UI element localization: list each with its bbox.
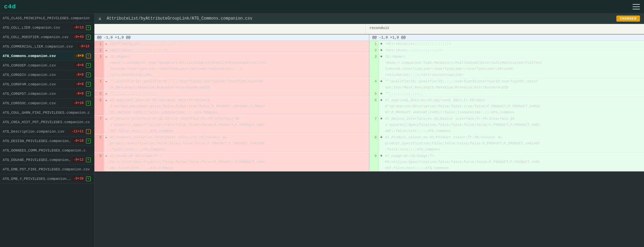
sidebar-item[interactable]: ATG_Commons.companion.csv-9+9!: [0, 51, 94, 61]
line-content-left: "";;;;;;;;;;;;;;;;;;;;: [109, 91, 369, 97]
diff-right-half: 4+"";QualifierID;;QualifierID;;;;;;UserT…: [370, 78, 644, 90]
topbar: c4d: [0, 0, 644, 13]
line-number-left: 9: [94, 153, 104, 171]
sidebar-item[interactable]: ATG_CORGDEP.companion.csv-0+8+: [0, 61, 94, 70]
line-number-left: 1: [94, 41, 104, 47]
diff-line-left: 4-"";QualifierID;;QualifierID;;;;;;UserT…: [94, 78, 369, 90]
line-content-right: "";;;;;;;;;;;;;;;;: [384, 91, 644, 97]
diff-area[interactable]: reconduit @@ -1,9 +1,9 @@ @@ -1,9 +1,9 @…: [94, 24, 644, 247]
diff-pair: 4-"";QualifierID;;QualifierID;;;;;;UserT…: [94, 78, 644, 91]
sidebar-file-name: ATG_CORGDIV.companion.csv: [3, 73, 73, 77]
line-number-right: 6: [370, 97, 379, 115]
sidebar-file-name: ATG_COUL_GARN_FINI_PRIVILEGES.companion.…: [3, 111, 91, 115]
sidebar-icon: !: [86, 129, 91, 134]
line-content-left: "";QualifierID;;QualifierID;;;;;;UserTyp…: [109, 78, 369, 90]
sidebar-badge: -9+9: [74, 54, 85, 58]
diff-line-left: 2-<Attribute;;;;;;;;;;;;;;;;>: [94, 47, 369, 53]
line-content-right: AT_Usage;en-US;Usage;fr- FR;Utilité;Spec…: [384, 153, 644, 171]
line-content-left: <AttributeList;;;;;;;;;;;;;;;;>: [109, 41, 369, 47]
sidebar-badge: -0+36: [72, 176, 85, 181]
sidebar-item[interactable]: ATG_EMB_Y_PRIVILEGES.companion.csv-0+36+: [0, 174, 94, 184]
diff-right-half: 8+AT_Product_colour;en-US;Product colour…: [370, 134, 644, 153]
line-number-left: 5: [94, 91, 104, 97]
sidebar-file-name: ATG_DOUANE_PRIVILEGES.companion.csv: [3, 158, 71, 162]
diff-line-right: 6+AT_Approval_date;en-US;Approval date;f…: [370, 97, 644, 115]
line-number-right: 4: [370, 78, 379, 90]
sidebar-file-name: ATG_CORGSOC.companion.csv: [3, 101, 71, 105]
sidebar-item[interactable]: ATG_EMB_PDT_FINI_PRIVILEGES.companion.cs…: [0, 165, 94, 174]
sidebar-item[interactable]: ATG_COUL_GARN_FINI_PRIVILEGES.companion.…: [0, 108, 94, 117]
line-number-left: 2: [94, 47, 104, 53]
sidebar-item[interactable]: ATG_CREA_HIST_PDT_PRIVILEGES.companion.c…: [0, 117, 94, 127]
line-number-right: 7: [370, 116, 379, 134]
line-number-left: 3: [94, 54, 104, 78]
sidebar-icon: +: [86, 63, 91, 68]
diff-right-half: 9+AT_Usage;en-US;Usage;fr- FR;Utilité;Sp…: [370, 153, 644, 171]
sidebar-badge: -0+18: [72, 139, 85, 143]
sidebar-file-name: ATG_Description.companion.csv: [3, 130, 69, 134]
diff-right-half: 2+<Attribute;;;;;;;;;;;;;;;;>: [370, 47, 644, 53]
diff-left-half: 1-<AttributeList;;;;;;;;;;;;;;;;>: [94, 41, 370, 47]
line-sign-left: -: [104, 153, 109, 171]
line-sign-left: -: [104, 47, 109, 53]
line-number-left: 7: [94, 116, 104, 134]
diff-line-right: 3+ID;<Name>; <Name;>:companion:Type;Mand…: [370, 54, 644, 78]
sidebar-icon: +: [86, 101, 91, 106]
diff-right-half: 7+AT_Device_interface;en-US;Device inter…: [370, 116, 644, 134]
line-number-left: 4: [94, 78, 104, 90]
line-sign-right: +: [379, 153, 384, 171]
sidebar-item[interactable]: ATG_DONNEES_COMM_PRIVILEGES.companion.c: [0, 146, 94, 155]
sidebar-file-name: ATG_CORGFAM.companion.csv: [3, 82, 73, 86]
sidebar-item[interactable]: ATG_COLL_MODIFIER.companion.csv-0+43+: [0, 32, 94, 42]
diff-line-left: 5-"";;;;;;;;;;;;;;;;;;;;: [94, 91, 369, 97]
sidebar-item[interactable]: ATG_DOUANE_PRIVILEGES.companion.csv-0+12…: [0, 155, 94, 165]
sidebar-badge: -0+12: [72, 158, 85, 162]
diff-pair: 2-<Attribute;;;;;;;;;;;;;;;;>2+<Attribut…: [94, 47, 644, 54]
diff-pair: 8-AT_Product_colour;en-US;Product colour…: [94, 134, 644, 153]
diff-line-left: 3-ID;<Name>; <Name;>:companion:Type;Mand…: [94, 54, 369, 78]
sidebar-file-name: ATG_CREA_HIST_PDT_PRIVILEGES.companion.c…: [3, 120, 91, 124]
diff-left-half: 6-AT_Approval_date;en-US;Approval date;f…: [94, 97, 370, 115]
main-layout: ATG_CLASS_PRINCIPALE_PRIVILEGES.companio…: [0, 13, 644, 247]
sidebar-icon: +: [86, 82, 91, 87]
diff-pair: 1-<AttributeList;;;;;;;;;;;;;;;;>1+<Attr…: [94, 41, 644, 47]
line-content-left: AT_Product_colour;en-US;Product colour;f…: [109, 134, 369, 153]
reconduit-row: reconduit: [94, 24, 644, 34]
collapse-button[interactable]: ▲: [98, 16, 101, 21]
file-header: ▲ AttributeList/byAttributeGroupLink/ATG…: [94, 13, 644, 24]
sidebar-badge: -0+13: [72, 25, 85, 30]
sidebar-item[interactable]: ATG_CORGSOC.companion.csv-0+10+: [0, 99, 94, 108]
line-content-left: AT_Usage;en-US;Usage;fr- FR;Utilité;Spec…: [109, 153, 369, 171]
sidebar-item[interactable]: ATG_COMMERCIAL_LIER.companion.csv-0+13: [0, 42, 94, 51]
line-sign-right: +: [379, 134, 384, 153]
diff-pair: 7-AT_Device_interface;en-US;Device inter…: [94, 116, 644, 134]
sidebar-item[interactable]: ATG_CORGPDT.companion.csv-0+8+: [0, 89, 94, 99]
hunk-header-left: @@ -1,9 +1,9 @@: [94, 34, 370, 41]
sidebar-item[interactable]: ATG_Description.companion.csv-11+11!: [0, 127, 94, 136]
line-content-left: AT_Approval_date;en-US;Approval date;fr-…: [109, 97, 369, 115]
sidebar-item[interactable]: ATG_COLL_LIER.companion.csv-0+13+: [0, 23, 94, 32]
line-number-left: 6: [94, 97, 104, 115]
diff-line-right: 9+AT_Usage;en-US;Usage;fr- FR;Utilité;Sp…: [370, 153, 644, 171]
line-number-right: 1: [370, 41, 379, 47]
menu-icon[interactable]: [633, 4, 640, 9]
sidebar-item[interactable]: ATG_CLASS_PRINCIPALE_PRIVILEGES.companio…: [0, 13, 94, 23]
diff-pair: 9-AT_Usage;en-US;Usage;fr- FR;Utilité;Sp…: [94, 153, 644, 171]
line-content-right: AT_Approval_date;en-US;Approval date;fr-…: [384, 97, 644, 115]
sidebar-file-name: ATG_CORGPDT.companion.csv: [3, 92, 73, 96]
line-number-right: 9: [370, 153, 379, 171]
line-content-right: AT_Device_interface;en-US;Device interfa…: [384, 116, 644, 134]
sidebar-item[interactable]: ATG_CORGFAM.companion.csv-0+8+: [0, 80, 94, 89]
sidebar-item[interactable]: ATG_CORGDIV.companion.csv-0+8+: [0, 70, 94, 80]
hunk-row: @@ -1,9 +1,9 @@ @@ -1,9 +1,9 @@: [94, 34, 644, 41]
diff-line-right: 2+<Attribute;;;;;;;;;;;;;;;;>: [370, 47, 644, 53]
line-sign-left: -: [104, 41, 109, 47]
sidebar-icon: !: [86, 54, 91, 58]
sidebar-item[interactable]: ATG_DESIGN_PRIVILEGES.companion.csv-0+18…: [0, 136, 94, 146]
diff-left-half: 7-AT_Device_interface;en-US;Device inter…: [94, 116, 370, 134]
sidebar-file-name: ATG_CORGDEP.companion.csv: [3, 63, 73, 67]
diff-left-half: 2-<Attribute;;;;;;;;;;;;;;;;>: [94, 47, 370, 53]
sidebar-icon: +: [86, 35, 91, 39]
diff-line-left: 9-AT_Usage;en-US;Usage;fr- FR;Utilité;Sp…: [94, 153, 369, 171]
line-content-left: <Attribute;;;;;;;;;;;;;;;;>: [109, 47, 369, 53]
